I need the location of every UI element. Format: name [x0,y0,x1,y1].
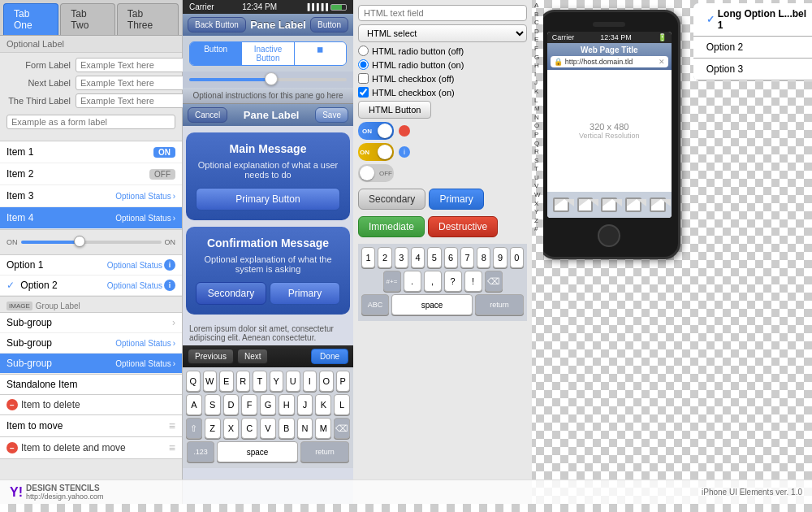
seg-btn-1[interactable]: Button [190,42,242,65]
key-a[interactable]: A [186,394,202,415]
key-o[interactable]: O [319,371,334,392]
info-icon-2[interactable]: i [164,280,175,291]
group-item-2[interactable]: Sub-group Optional Status › [0,333,182,354]
key-0[interactable]: 0 [510,247,524,268]
alpha-w[interactable]: W [534,191,541,199]
tab-three[interactable]: Tab Three [117,3,179,35]
ios-toggle-off[interactable]: OFF [358,164,394,182]
key-e[interactable]: E [219,371,234,392]
html-radio-off[interactable] [358,46,369,56]
progress-thumb[interactable] [265,72,278,85]
picker-item-3[interactable]: Option 3 [693,59,812,80]
done-button[interactable]: Done [311,349,348,364]
key-7[interactable]: 7 [460,247,474,268]
seg-btn-2[interactable]: Inactive Button [242,42,294,65]
mail-icon-4[interactable] [625,197,641,212]
key-k[interactable]: K [315,394,331,415]
alpha-j[interactable]: J [534,79,541,87]
alpha-c[interactable]: C [534,19,541,27]
key-delete[interactable]: ⌫ [334,418,350,439]
key-m[interactable]: M [315,418,331,439]
key-s[interactable]: S [205,394,221,415]
key-1[interactable]: 1 [361,247,375,268]
tab-two[interactable]: Tab Two [60,3,114,35]
group-item-1[interactable]: Sub-group › [0,313,182,333]
key-l[interactable]: L [334,394,350,415]
mail-icon-2[interactable] [577,197,594,212]
alpha-q[interactable]: Q [534,140,541,148]
progress-track[interactable] [189,78,347,81]
key-return-2[interactable]: return [475,294,524,315]
key-h[interactable]: H [279,394,295,415]
key-4[interactable]: 4 [411,247,425,268]
key-r[interactable]: R [236,371,251,392]
alpha-g[interactable]: G [534,54,541,62]
form-standalone-input[interactable] [6,115,175,129]
prev-button[interactable]: Previous [188,349,234,364]
url-close-icon[interactable]: ✕ [659,58,665,66]
home-button[interactable] [598,224,620,247]
alpha-n[interactable]: N [534,114,541,122]
key-b[interactable]: B [279,418,295,439]
confirm-secondary-btn[interactable]: Secondary [196,282,266,305]
mail-icon-5[interactable] [650,197,666,212]
key-qmark[interactable]: ? [444,271,462,292]
remove-icon-1[interactable] [399,125,410,137]
alpha-u[interactable]: U [534,174,541,182]
move-item-1[interactable]: Item to move ≡ [0,415,182,437]
info-icon-1[interactable]: i [164,259,175,271]
alpha-f[interactable]: F [534,45,541,53]
key-space-2[interactable]: space [391,294,473,315]
alpha-o[interactable]: O [534,122,541,130]
ios-toggle-on[interactable]: ON [358,122,394,140]
alpha-h[interactable]: H [534,62,541,70]
seg-btn-3[interactable]: ◼ [295,42,346,65]
confirm-primary-btn[interactable]: Primary [270,282,340,305]
key-comma[interactable]: , [424,271,442,292]
alpha-z[interactable]: Z [534,217,541,225]
alpha-a[interactable]: A [534,2,541,10]
alpha-v[interactable]: V [534,182,541,190]
key-c[interactable]: C [241,418,257,439]
key-abc[interactable]: ABC [361,294,389,315]
toggle-item-2[interactable]: Item 2 OFF [0,163,182,185]
alpha-hash[interactable]: # [534,225,541,233]
key-dot[interactable]: . [404,271,421,292]
primary-button-1[interactable]: Primary [429,189,483,210]
alpha-e[interactable]: E [534,36,541,44]
picker-item-1[interactable]: ✓ Long Option L...bel 1 [693,3,812,37]
alpha-l[interactable]: L [534,97,541,105]
alpha-s[interactable]: S [534,157,541,165]
toggle-off-2[interactable]: OFF [149,169,175,180]
key-n[interactable]: N [297,418,313,439]
alpha-i[interactable]: I [534,71,541,79]
slider-track[interactable] [21,241,162,244]
save-button[interactable]: Save [315,107,348,123]
mail-icon-1[interactable] [553,197,569,212]
key-t[interactable]: T [253,371,267,392]
key-return[interactable]: return [300,441,349,462]
alpha-d[interactable]: D [534,28,541,36]
alpha-x[interactable]: X [534,200,541,208]
key-8[interactable]: 8 [477,247,490,268]
key-excl[interactable]: ! [464,271,482,292]
cancel-button[interactable]: Cancel [188,107,227,123]
html-radio-on[interactable] [358,59,369,70]
modal-primary-btn[interactable]: Primary Button [196,188,340,210]
slider-thumb[interactable] [74,236,85,247]
key-g[interactable]: G [260,394,276,415]
form-input-1[interactable] [76,58,197,72]
key-q[interactable]: Q [186,371,201,392]
delete-icon-2[interactable]: − [6,442,18,453]
alpha-k[interactable]: K [534,88,541,96]
group-item-3[interactable]: Sub-group Optional Status › [0,354,182,374]
toggle-on-1[interactable]: ON [153,147,175,158]
next-button[interactable]: Next [237,349,269,364]
key-d[interactable]: D [223,394,240,415]
destructive-button[interactable]: Destructive [428,216,498,237]
form-input-2[interactable] [76,76,197,90]
html-select[interactable]: HTML select [358,24,527,42]
back-button[interactable]: Back Button [188,17,246,33]
delete-item-1[interactable]: − Item to delete [0,395,182,415]
key-f[interactable]: F [241,394,257,415]
